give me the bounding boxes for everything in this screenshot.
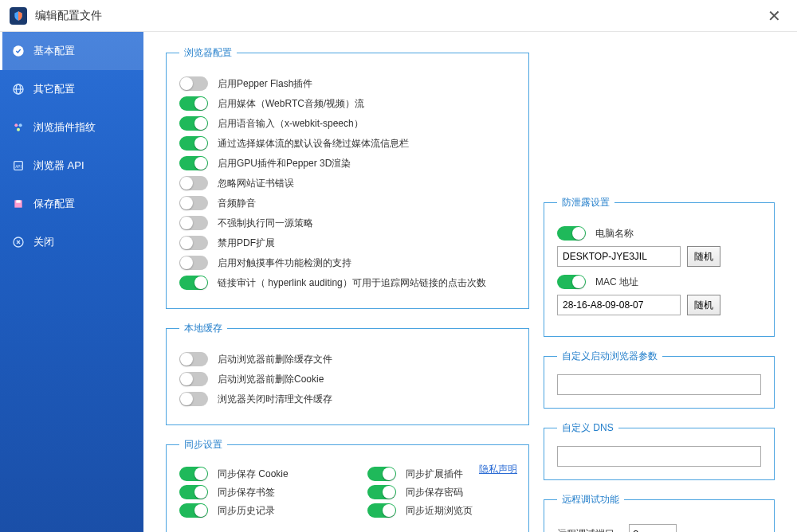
sync-group: 同步设置 隐私声明 同步保存 Cookie同步扩展插件同步保存书签同步保存密码同… [166,438,529,532]
privacy-link[interactable]: 隐私声明 [479,463,517,476]
sidebar-item-label: 浏览插件指纹 [33,120,96,135]
pc-name-label: 电脑名称 [595,227,634,241]
close-circle-icon [11,235,26,249]
sidebar-item-label: 保存配置 [33,197,75,211]
option-label: 通过选择媒体流的默认设备绕过媒体流信息栏 [218,137,409,151]
toggle-bc-9[interactable] [179,256,208,270]
sync-legend: 同步设置 [179,438,227,452]
titlebar: 编辑配置文件 ✕ [0,0,797,32]
api-icon: API [11,158,26,173]
custom-dns-group: 自定义 DNS [544,421,775,480]
sidebar-item-basic[interactable]: 基本配置 [0,32,143,70]
custom-args-group: 自定义启动浏览器参数 [544,350,775,409]
local-cache-group: 本地缓存 启动浏览器前删除缓存文件启动浏览器前删除Cookie浏览器关闭时清理文… [166,322,529,425]
toggle-bc-8[interactable] [179,236,208,250]
globe-icon [11,82,26,96]
browser-config-group: 浏览器配置 启用Pepper Flash插件启用媒体（WebRTC音频/视频）流… [166,46,529,309]
option-label: 同步保存密码 [406,486,463,499]
option-label: 同步保存书签 [218,486,275,499]
remote-debug-group: 远程调试功能 远程调试端口： 调试日志级别： DISABLE ▼ [544,493,775,532]
sidebar-item-label: 基本配置 [33,44,75,58]
option-label: 链接审计（ hyperlink auditing）可用于追踪网站链接的点击次数 [218,276,486,290]
option-label: 同步保存 Cookie [218,467,289,481]
sidebar-item-plugin-fingerprint[interactable]: 浏览插件指纹 [0,108,143,147]
toggle-bc-0[interactable] [179,76,208,91]
content-area: 浏览器配置 启用Pepper Flash插件启用媒体（WebRTC音频/视频）流… [143,32,797,532]
sidebar-item-close[interactable]: 关闭 [0,223,143,261]
option-label: 禁用PDF扩展 [218,237,275,250]
svg-text:API: API [15,165,22,169]
toggle-pc-name[interactable] [557,226,586,241]
sidebar-item-save[interactable]: 保存配置 [0,185,143,223]
browser-config-legend: 浏览器配置 [179,46,237,60]
svg-point-6 [17,128,20,131]
option-label: 忽略网站证书错误 [218,177,294,190]
svg-rect-10 [16,200,20,202]
check-circle-icon [11,44,26,58]
pc-name-random-button[interactable]: 随机 [687,246,720,267]
option-label: 启用媒体（WebRTC音频/视频）流 [218,97,364,111]
toggle-bc-4[interactable] [179,156,208,170]
leak-protection-legend: 防泄露设置 [557,196,614,209]
option-label: 启用Pepper Flash插件 [218,77,312,91]
pc-name-input[interactable] [557,246,681,267]
option-label: 启动浏览器前删除Cookie [218,373,324,386]
sidebar-item-label: 关闭 [33,235,54,249]
option-label: 启用GPU插件和Pepper 3D渲染 [218,157,351,170]
option-label: 同步历史记录 [218,504,275,518]
option-label: 浏览器关闭时清理文件缓存 [218,393,332,406]
sidebar-item-browser-api[interactable]: API 浏览器 API [0,147,143,185]
option-label: 同步近期浏览页 [406,504,473,518]
custom-dns-input[interactable] [557,446,761,467]
sidebar-item-other[interactable]: 其它配置 [0,70,143,108]
window-title: 编辑配置文件 [35,9,102,23]
sidebar-item-label: 其它配置 [33,82,75,96]
save-icon [11,197,26,211]
remote-debug-legend: 远程调试功能 [557,493,624,507]
mac-label: MAC 地址 [595,276,638,289]
toggle-sync-1-0[interactable] [179,485,208,499]
toggle-bc-6[interactable] [179,196,208,210]
svg-point-0 [13,45,23,56]
toggle-bc-10[interactable] [179,276,208,290]
toggle-lc-0[interactable] [179,352,208,366]
toggle-sync-1-1[interactable] [367,485,396,499]
toggle-mac[interactable] [557,275,586,289]
toggle-sync-0-0[interactable] [179,467,208,481]
custom-args-legend: 自定义启动浏览器参数 [557,350,662,363]
toggle-bc-3[interactable] [179,136,208,151]
mac-random-button[interactable]: 随机 [687,295,720,315]
mac-input[interactable] [557,295,681,315]
toggle-sync-0-1[interactable] [367,467,396,481]
close-button[interactable]: ✕ [761,3,787,29]
sidebar-item-label: 浏览器 API [33,158,84,173]
debug-port-label: 远程调试端口： [557,527,629,533]
toggle-bc-5[interactable] [179,176,208,190]
toggle-sync-2-1[interactable] [367,503,396,518]
svg-point-5 [19,123,22,127]
debug-port-input[interactable] [629,524,677,532]
option-label: 同步扩展插件 [406,467,463,481]
toggle-lc-2[interactable] [179,392,208,406]
option-label: 启用对触摸事件功能检测的支持 [218,256,351,270]
local-cache-legend: 本地缓存 [179,322,227,335]
toggle-lc-1[interactable] [179,372,208,386]
app-logo [10,7,27,25]
option-label: 启用语音输入（x-webkit-speech） [218,117,363,131]
leak-protection-group: 防泄露设置 电脑名称 随机 MAC 地址 随机 [544,196,775,337]
option-label: 音频静音 [218,197,256,210]
option-label: 不强制执行同一源策略 [218,217,313,230]
toggle-bc-2[interactable] [179,116,208,131]
svg-point-4 [14,123,18,127]
toggle-bc-1[interactable] [179,96,208,111]
custom-dns-legend: 自定义 DNS [557,421,618,435]
fingerprint-icon [11,120,26,135]
custom-args-input[interactable] [557,374,761,395]
toggle-bc-7[interactable] [179,216,208,230]
toggle-sync-2-0[interactable] [179,503,208,518]
option-label: 启动浏览器前删除缓存文件 [218,353,332,366]
sidebar: 基本配置 其它配置 浏览插件指纹 API 浏览器 API 保存配置 关闭 [0,32,143,532]
